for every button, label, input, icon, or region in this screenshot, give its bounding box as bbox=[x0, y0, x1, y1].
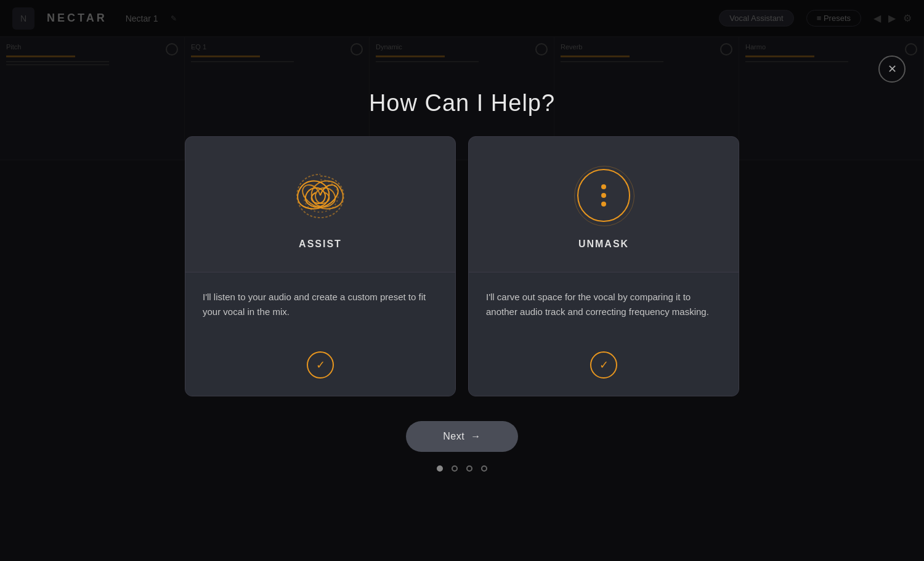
next-label: Next bbox=[443, 431, 464, 442]
next-button[interactable]: Next → bbox=[406, 421, 517, 452]
assist-check: ✓ bbox=[203, 351, 438, 379]
dot-1 bbox=[601, 184, 606, 189]
modal-container: How Can I Help? bbox=[172, 90, 752, 472]
modal-title: How Can I Help? bbox=[369, 90, 555, 117]
page-dot-3[interactable] bbox=[466, 465, 472, 472]
assist-card-bottom: I'll listen to your audio and create a c… bbox=[185, 272, 455, 396]
assist-card-top: ASSIST bbox=[185, 137, 455, 272]
unmask-label: UNMASK bbox=[578, 239, 629, 250]
unmask-card-bottom: I'll carve out space for the vocal by co… bbox=[469, 272, 739, 396]
unmask-dots-icon bbox=[577, 169, 630, 222]
assist-check-circle: ✓ bbox=[307, 351, 334, 379]
unmask-card-top: UNMASK bbox=[469, 137, 739, 272]
page-dot-1[interactable] bbox=[437, 465, 443, 472]
unmask-description: I'll carve out space for the vocal by co… bbox=[486, 290, 721, 319]
unmask-check-circle: ✓ bbox=[590, 351, 617, 379]
dot-3 bbox=[601, 202, 606, 207]
assist-icon bbox=[290, 165, 351, 226]
assist-description: I'll listen to your audio and create a c… bbox=[203, 290, 438, 319]
next-arrow: → bbox=[471, 431, 481, 442]
assist-label: ASSIST bbox=[299, 239, 342, 250]
unmask-card[interactable]: UNMASK I'll carve out space for the voca… bbox=[468, 136, 739, 396]
overlay: ✕ How Can I Help? bbox=[0, 0, 924, 561]
page-dot-4[interactable] bbox=[481, 465, 487, 472]
unmask-icon-container bbox=[573, 165, 634, 226]
pagination bbox=[437, 465, 487, 472]
cards-row: ASSIST I'll listen to your audio and cre… bbox=[185, 136, 739, 396]
page-dot-2[interactable] bbox=[452, 465, 458, 472]
assist-card[interactable]: ASSIST I'll listen to your audio and cre… bbox=[185, 136, 456, 396]
dot-2 bbox=[601, 193, 606, 198]
unmask-check: ✓ bbox=[486, 351, 721, 379]
close-button[interactable]: ✕ bbox=[878, 55, 906, 83]
